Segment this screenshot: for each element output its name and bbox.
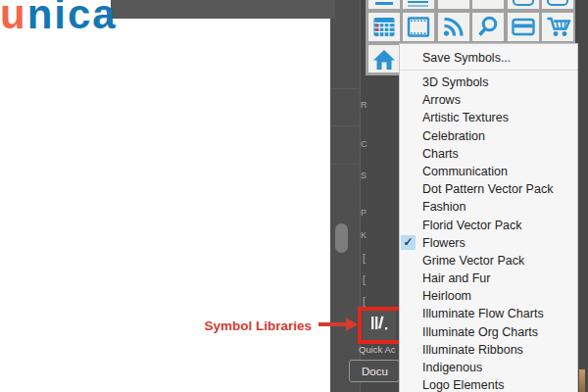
- menu-item-label: Illuminate Flow Charts: [422, 307, 544, 320]
- menu-item-library[interactable]: ✓Artistic Textures: [400, 109, 577, 126]
- menu-item-label: Flowers: [422, 236, 466, 250]
- symbol-tile-partial[interactable]: [403, 0, 434, 9]
- menu-item-label: Charts: [422, 147, 459, 161]
- symbol-tile-partial[interactable]: [368, 0, 400, 9]
- menu-item-library[interactable]: ✓Illuminate Org Charts: [400, 323, 577, 341]
- menu-item-label: Logo Elements: [422, 378, 504, 392]
- dock-partial-letter: P: [361, 208, 367, 218]
- menu-item-label: Communication: [422, 165, 508, 178]
- symbol-tile-shopping-cart[interactable]: [542, 13, 573, 41]
- home-icon: [372, 48, 396, 73]
- close-icon: ✕: [547, 0, 568, 6]
- partial-symbol-icon: [375, 2, 393, 5]
- symbol-tile-magnifier[interactable]: [472, 13, 504, 41]
- artboard-canvas: [0, 0, 330, 392]
- menu-item-library[interactable]: ✓Flowers: [400, 234, 577, 252]
- help-icon: ?: [513, 0, 534, 6]
- quick-actions-label: Quick Ac: [359, 344, 396, 355]
- search-icon: [476, 16, 500, 38]
- menu-item-label: Hair and Fur: [422, 271, 490, 285]
- symbol-tile-close[interactable]: ✕: [542, 0, 573, 9]
- dock-separator: [331, 125, 359, 126]
- dock-separator: [331, 164, 359, 165]
- dock-edge-strip: [330, 0, 360, 392]
- dock-partial-letter: [: [363, 253, 366, 264]
- menu-item-library[interactable]: ✓Arrows: [400, 91, 577, 109]
- menu-item-label: Florid Vector Pack: [422, 219, 521, 232]
- partial-symbol-icon: [408, 1, 428, 3]
- shopping-cart-icon: [546, 16, 571, 38]
- menu-item-label: Celebration: [422, 129, 485, 143]
- top-toolbar-strip: [111, 0, 335, 19]
- logo-part-nica: nica: [27, 0, 118, 37]
- menu-item-label: 3D Symbols: [422, 75, 488, 89]
- menu-item-label: Indigenous: [422, 361, 482, 374]
- menu-item-library[interactable]: ✓Heirloom: [400, 287, 577, 305]
- annotation-label: Symbol Libraries: [108, 318, 312, 333]
- menu-item-library[interactable]: ✓Charts: [400, 145, 577, 163]
- dock-partial-letter: [: [363, 296, 366, 307]
- menu-item-library[interactable]: ✓Dot Pattern Vector Pack: [400, 180, 577, 198]
- rss-icon: [442, 16, 466, 38]
- menu-item-library[interactable]: ✓Grime Vector Pack: [400, 252, 577, 270]
- symbol-tile-empty[interactable]: [472, 0, 504, 9]
- partial-symbol-icon: [408, 5, 428, 7]
- menu-item-library[interactable]: ✓Indigenous: [400, 359, 577, 376]
- menu-item-label: Illuminate Org Charts: [422, 325, 538, 339]
- symbol-tile-filmstrip[interactable]: [403, 13, 434, 41]
- background-artwork-sliver: [579, 369, 585, 392]
- document-setup-button[interactable]: Docu: [349, 360, 400, 382]
- menu-item-library[interactable]: ✓Illuminate Flow Charts: [400, 305, 577, 322]
- menu-item-label: Grime Vector Pack: [422, 254, 524, 268]
- dock-partial-letter: S: [361, 171, 367, 180]
- menu-item-label: Heirloom: [422, 289, 471, 303]
- symbol-tile-credit-card[interactable]: [508, 13, 539, 41]
- symbol-tile-empty[interactable]: [438, 0, 469, 9]
- logo-part-u: u: [0, 0, 27, 37]
- symbol-tile-rss[interactable]: [438, 13, 469, 41]
- dock-partial-letter: K: [361, 230, 367, 240]
- menu-item-library[interactable]: ✓Communication: [400, 163, 577, 180]
- menu-item-label: Dot Pattern Vector Pack: [422, 182, 553, 196]
- menu-item-library[interactable]: ✓Hair and Fur: [400, 270, 577, 287]
- dock-separator: [331, 88, 359, 89]
- menu-item-label: Arrows: [422, 93, 461, 107]
- checkmark-icon: ✓: [401, 235, 416, 250]
- menu-item-label: Fashion: [422, 200, 466, 214]
- annotation-highlight-box: [358, 307, 404, 344]
- menu-item-library[interactable]: ✓Fashion: [400, 198, 577, 216]
- dock-partial-letter: R: [361, 100, 368, 110]
- annotation-arrow-line: [318, 322, 347, 326]
- scrollbar-thumb[interactable]: [335, 223, 348, 253]
- annotation-arrow-head: [346, 318, 358, 331]
- symbol-tile-help[interactable]: ?: [508, 0, 539, 9]
- screenshot-root: unica RCSPK[[[ ? ✕: [0, 0, 588, 392]
- menu-item-library[interactable]: ✓Celebration: [400, 127, 577, 145]
- menu-item-library[interactable]: ✓Florid Vector Pack: [400, 217, 577, 234]
- menu-item-library[interactable]: ✓Logo Elements: [400, 376, 577, 392]
- symbol-libraries-menu: Save Symbols... ✓3D Symbols ✓Arrows ✓Art…: [399, 43, 578, 392]
- unica-logo: unica: [0, 0, 118, 38]
- filmstrip-icon: [407, 16, 430, 38]
- symbol-tile-home[interactable]: [368, 45, 400, 73]
- library-list: ✓3D Symbols ✓Arrows ✓Artistic Textures ✓…: [400, 71, 577, 392]
- dock-partial-letter: C: [361, 139, 368, 149]
- menu-item-library[interactable]: ✓Illuminate Ribbons: [400, 341, 577, 359]
- menu-item-label: Artistic Textures: [422, 111, 509, 124]
- symbol-tile-calendar[interactable]: [368, 13, 400, 41]
- calendar-icon: [372, 16, 396, 38]
- menu-item-label: Illuminate Ribbons: [422, 343, 523, 357]
- menu-item-save-symbols[interactable]: Save Symbols...: [400, 49, 577, 68]
- dock-partial-letter: [: [363, 274, 366, 285]
- menu-item-library[interactable]: ✓3D Symbols: [400, 74, 577, 91]
- credit-card-icon: [512, 16, 535, 38]
